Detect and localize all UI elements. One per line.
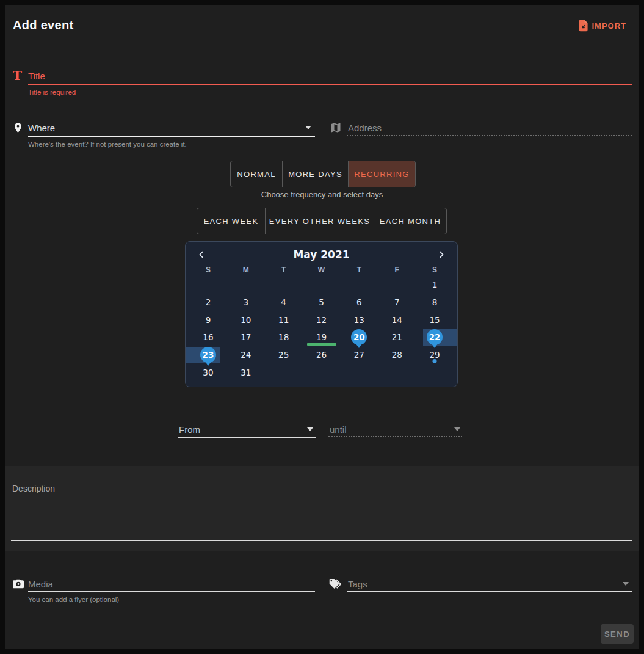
calendar-empty-cell (227, 276, 265, 294)
chevron-left-icon (197, 250, 206, 260)
calendar-empty-cell (265, 276, 303, 294)
calendar-dow-label: M (227, 264, 265, 276)
address-input[interactable]: Address (348, 123, 382, 133)
each-month-button[interactable]: EACH MONTH (374, 208, 446, 234)
calendar-day-6[interactable]: 6 (340, 294, 378, 311)
calendar-day-4[interactable]: 4 (265, 294, 303, 311)
calendar-day-22[interactable]: 22 (416, 329, 454, 346)
calendar-day-25[interactable]: 25 (265, 346, 303, 364)
calendar-day-19[interactable]: 19 (303, 329, 341, 346)
each-week-button[interactable]: EACH WEEK (197, 208, 265, 234)
title-T-icon: T (13, 68, 22, 83)
calendar-week-row: 16171819202122 (189, 329, 454, 346)
description-section: Description (5, 466, 639, 551)
calendar-day-28[interactable]: 28 (378, 346, 416, 364)
where-caret-icon[interactable] (305, 126, 311, 129)
title-input[interactable]: Title (28, 71, 45, 81)
calendar-next-button[interactable] (434, 247, 449, 262)
calendar-day-14[interactable]: 14 (378, 311, 416, 329)
calendar-dow-label: F (378, 264, 416, 276)
chevron-right-icon (436, 250, 446, 260)
calendar-empty-cell (340, 276, 378, 294)
calendar-day-5[interactable]: 5 (303, 294, 341, 311)
calendar-day-26[interactable]: 26 (303, 346, 341, 364)
calendar-empty-cell (378, 276, 416, 294)
calendar-dow-label: T (340, 264, 378, 276)
calendar-prev-button[interactable] (194, 247, 209, 262)
until-caret-icon[interactable] (454, 427, 460, 431)
camera-icon (12, 578, 24, 589)
calendar-day-1[interactable]: 1 (416, 276, 454, 294)
calendar-day-20[interactable]: 20 (340, 329, 378, 346)
calendar-day-7[interactable]: 7 (378, 294, 416, 311)
import-button[interactable]: IMPORT (578, 20, 626, 32)
calendar-dow-row: SMTWTFS (189, 264, 454, 276)
calendar-month-title: May 2021 (293, 249, 349, 261)
calendar-day-16[interactable]: 16 (189, 329, 227, 346)
tags-icon (328, 578, 342, 590)
calendar-week-row: 2345678 (189, 294, 454, 311)
tags-select[interactable]: Tags (348, 579, 367, 589)
page-title: Add event (13, 18, 73, 32)
calendar-empty-cell (416, 363, 454, 381)
calendar-day-3[interactable]: 3 (227, 294, 265, 311)
where-select[interactable]: Where (28, 123, 55, 133)
map-icon (330, 122, 342, 134)
tab-recurring[interactable]: RECURRING (348, 161, 415, 187)
frequency-button-group: EACH WEEK EVERY OTHER WEEKS EACH MONTH (197, 208, 447, 234)
calendar-day-10[interactable]: 10 (227, 311, 265, 329)
calendar-dow-label: S (189, 264, 227, 276)
calendar-day-15[interactable]: 15 (416, 311, 454, 329)
where-underline (28, 136, 315, 137)
tab-normal[interactable]: NORMAL (231, 161, 282, 187)
from-caret-icon[interactable] (307, 427, 313, 431)
until-underline (328, 436, 462, 437)
send-button[interactable]: SEND (601, 624, 634, 644)
calendar-week-row: 3031 (189, 363, 454, 381)
title-error-text: Title is required (28, 89, 76, 96)
calendar-day-23[interactable]: 23 (189, 346, 227, 364)
tags-caret-icon[interactable] (623, 582, 629, 586)
calendar-day-24[interactable]: 24 (227, 346, 265, 364)
add-event-dialog: Add event IMPORT T Title Title is requir… (5, 5, 639, 649)
calendar-day-13[interactable]: 13 (340, 311, 378, 329)
calendar-empty-cell (378, 363, 416, 381)
description-input[interactable]: Description (12, 484, 55, 493)
calendar-day-27[interactable]: 27 (340, 346, 378, 364)
every-other-weeks-button[interactable]: EVERY OTHER WEEKS (265, 208, 374, 234)
where-helper-text: Where's the event? If not present you ca… (28, 140, 187, 148)
calendar-week-row: 9101112131415 (189, 311, 454, 329)
calendar-empty-cell (303, 276, 341, 294)
calendar-empty-cell (303, 363, 341, 381)
calendar-day-12[interactable]: 12 (303, 311, 341, 329)
calendar-empty-cell (189, 276, 227, 294)
calendar-dow-label: T (265, 264, 303, 276)
media-input[interactable]: Media (28, 579, 53, 589)
description-underline (11, 540, 632, 541)
calendar-weeks: 1234567891011121314151617181920212223242… (189, 276, 454, 381)
calendar-day-8[interactable]: 8 (416, 294, 454, 311)
calendar-day-21[interactable]: 21 (378, 329, 416, 346)
calendar-day-31[interactable]: 31 (227, 363, 265, 381)
import-label: IMPORT (592, 21, 626, 31)
calendar-day-30[interactable]: 30 (189, 363, 227, 381)
mode-tab-group: NORMAL MORE DAYS RECURRING (230, 161, 416, 187)
calendar-week-row: 1 (189, 276, 454, 294)
title-underline (28, 84, 632, 85)
from-select[interactable]: From (179, 424, 200, 435)
calendar: May 2021 SMTWTFS 12345678910111213141516… (185, 241, 458, 387)
calendar-day-17[interactable]: 17 (227, 329, 265, 346)
until-select[interactable]: until (330, 424, 347, 435)
calendar-empty-cell (265, 363, 303, 381)
calendar-week-row: 23242526272829 (189, 346, 454, 364)
calendar-dow-label: S (416, 264, 454, 276)
tab-more-days[interactable]: MORE DAYS (282, 161, 348, 187)
calendar-day-2[interactable]: 2 (189, 294, 227, 311)
file-import-icon (578, 20, 588, 32)
calendar-day-18[interactable]: 18 (265, 329, 303, 346)
calendar-day-11[interactable]: 11 (265, 311, 303, 329)
from-underline (178, 437, 316, 438)
calendar-header: May 2021 (189, 245, 454, 264)
calendar-day-29[interactable]: 29 (416, 346, 454, 364)
calendar-day-9[interactable]: 9 (189, 311, 227, 329)
